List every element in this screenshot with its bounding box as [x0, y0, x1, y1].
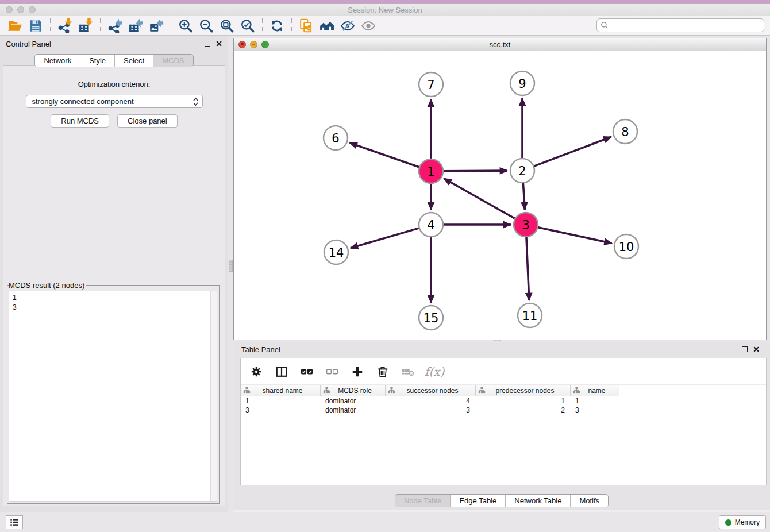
node-4[interactable]: 4: [419, 213, 443, 237]
tab-node-table[interactable]: Node Table: [395, 495, 451, 507]
edge-1-6[interactable]: [350, 143, 419, 167]
cell-predecessor-nodes[interactable]: 2: [476, 406, 571, 415]
deselect-all-icon[interactable]: [324, 363, 341, 380]
split-view-icon[interactable]: [273, 363, 290, 380]
log-console-button[interactable]: [6, 515, 23, 529]
export-network-icon[interactable]: [105, 17, 125, 34]
frame-close-icon[interactable]: ✕: [238, 41, 246, 48]
network-canvas[interactable]: 7968124314101511: [234, 51, 766, 340]
open-file-icon[interactable]: [5, 17, 25, 34]
zoom-in-icon[interactable]: [175, 17, 196, 34]
zoom-out-icon[interactable]: [196, 17, 217, 34]
delete-table-disabled-icon: [399, 363, 417, 380]
toolbar-separator: [262, 18, 263, 33]
svg-text:9: 9: [518, 77, 526, 91]
svg-text:10: 10: [619, 240, 634, 254]
node-8[interactable]: 8: [613, 119, 637, 144]
tab-select[interactable]: Select: [114, 55, 153, 67]
node-1[interactable]: 1: [419, 159, 443, 183]
import-network-icon[interactable]: [55, 17, 75, 34]
cell-name[interactable]: 1: [571, 396, 619, 406]
edge-3-11[interactable]: [526, 237, 529, 300]
edge-2-8[interactable]: [534, 137, 611, 166]
column-header-successor-nodes[interactable]: successor nodes: [386, 385, 476, 396]
run-mcds-button[interactable]: Run MCDS: [51, 114, 109, 128]
import-table-icon[interactable]: [75, 17, 96, 34]
node-2[interactable]: 2: [510, 159, 534, 183]
edge-3-1[interactable]: [444, 179, 515, 218]
node-15[interactable]: 15: [419, 306, 443, 330]
control-panel-title: Control Panel: [6, 40, 205, 48]
edge-3-10[interactable]: [538, 228, 611, 244]
table-body: 1dominator4113dominator323: [241, 396, 766, 415]
hide-selected-icon[interactable]: [337, 17, 358, 34]
table-row[interactable]: 1dominator411: [241, 396, 766, 406]
clone-network-icon[interactable]: [296, 17, 317, 34]
tab-network[interactable]: Network: [35, 55, 80, 67]
save-session-icon[interactable]: [25, 17, 46, 34]
close-window-icon[interactable]: [6, 6, 13, 13]
cell-shared-name[interactable]: 1: [241, 396, 321, 406]
tab-edge-table[interactable]: Edge Table: [450, 495, 505, 507]
node-3[interactable]: 3: [514, 213, 538, 237]
toolbar-separator: [291, 18, 292, 33]
add-column-icon[interactable]: [349, 363, 366, 380]
table-row[interactable]: 3dominator323: [241, 406, 766, 415]
show-all-networks-icon[interactable]: [317, 17, 337, 34]
memory-button[interactable]: Memory: [719, 515, 766, 529]
export-table-icon[interactable]: [125, 17, 146, 34]
delete-column-icon[interactable]: [374, 363, 391, 380]
select-all-icon[interactable]: [298, 363, 315, 380]
node-7[interactable]: 7: [419, 72, 443, 97]
vertical-split-grip[interactable]: [229, 260, 233, 272]
column-header-shared-name[interactable]: shared name: [241, 385, 321, 396]
criterion-dropdown[interactable]: strongly connected component: [26, 95, 203, 108]
node-11[interactable]: 11: [518, 303, 542, 327]
node-10[interactable]: 10: [614, 234, 638, 259]
table-mode-gear-icon[interactable]: [248, 363, 265, 380]
close-panel-icon[interactable]: ✕: [215, 41, 222, 47]
tab-style[interactable]: Style: [80, 55, 114, 67]
result-scrollbar[interactable]: [210, 291, 217, 501]
float-table-panel-icon[interactable]: [742, 346, 748, 352]
cell-successor-nodes[interactable]: 4: [386, 396, 476, 406]
node-14[interactable]: 14: [324, 240, 348, 264]
edge-2-3[interactable]: [523, 183, 525, 210]
cell-MCDS-role[interactable]: dominator: [321, 406, 386, 415]
tab-motifs[interactable]: Motifs: [570, 495, 608, 507]
column-header-name[interactable]: name: [571, 385, 619, 396]
node-9[interactable]: 9: [510, 71, 534, 95]
zoom-selected-icon[interactable]: [237, 17, 258, 34]
cell-predecessor-nodes[interactable]: 1: [476, 396, 571, 406]
tab-mcds[interactable]: MCDS: [153, 55, 192, 67]
cell-MCDS-role[interactable]: dominator: [321, 396, 386, 406]
svg-text:1: 1: [427, 165, 434, 179]
maximize-window-icon[interactable]: [29, 6, 36, 13]
refresh-layout-icon[interactable]: [267, 17, 287, 34]
close-table-panel-icon[interactable]: ✕: [753, 346, 760, 352]
close-panel-button[interactable]: Close panel: [117, 114, 178, 128]
zoom-fit-content-icon[interactable]: [217, 17, 237, 34]
frame-minimize-icon[interactable]: −: [250, 41, 257, 48]
svg-text:8: 8: [621, 125, 629, 139]
tab-network-table[interactable]: Network Table: [505, 495, 570, 507]
column-header-predecessor-nodes[interactable]: predecessor nodes: [476, 385, 571, 396]
svg-text:2: 2: [518, 164, 526, 178]
toolbar-separator: [50, 18, 51, 33]
mcds-result-group: MCDS result (2 nodes) 1 3: [7, 281, 220, 504]
edge-4-14[interactable]: [351, 228, 419, 248]
node-6[interactable]: 6: [324, 126, 348, 150]
minimize-window-icon[interactable]: [17, 6, 24, 13]
memory-label: Memory: [735, 518, 760, 526]
cell-shared-name[interactable]: 3: [241, 406, 321, 415]
cell-successor-nodes[interactable]: 3: [386, 406, 476, 415]
float-panel-icon[interactable]: [205, 41, 210, 47]
export-image-icon[interactable]: [146, 17, 167, 34]
network-window-titlebar[interactable]: ✕ − + scc.txt: [234, 38, 766, 51]
column-header-MCDS-role[interactable]: MCDS role: [321, 385, 386, 396]
traffic-lights[interactable]: [6, 6, 36, 13]
search-input[interactable]: [596, 18, 764, 32]
frame-maximize-icon[interactable]: +: [261, 41, 269, 48]
cell-name[interactable]: 3: [571, 406, 619, 415]
edge-1-2[interactable]: [444, 171, 507, 171]
